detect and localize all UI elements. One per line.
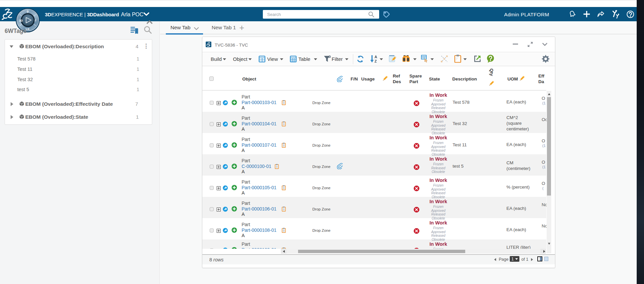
svg-text:A: A [375, 55, 377, 59]
svg-text:3D: 3D [19, 19, 23, 22]
svg-text:Z: Z [375, 59, 377, 63]
